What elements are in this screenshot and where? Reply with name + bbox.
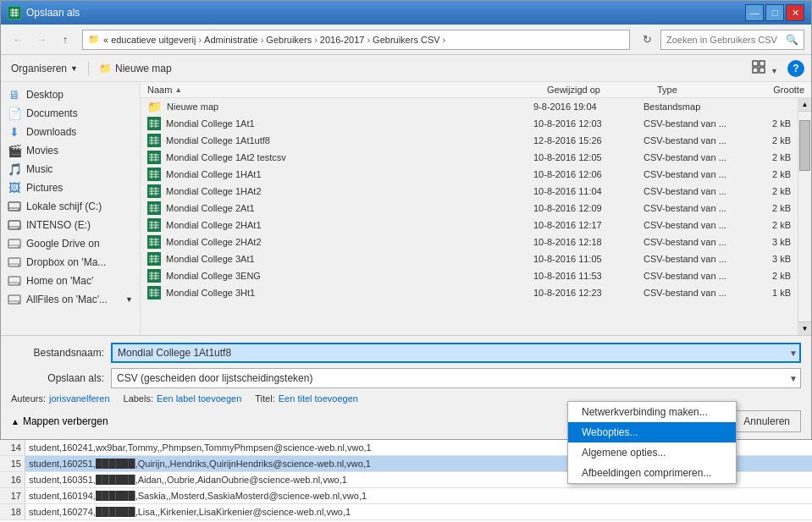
save-as-dialog: Opslaan als — □ ✕ ← → ↑ 📁 « educatieve u… <box>0 0 812 440</box>
file-row[interactable]: Mondial College 3Ht1 10-8-2016 12:23 CSV… <box>141 284 798 301</box>
sidebar-item-dropbox[interactable]: Dropbox on 'Ma... <box>1 253 140 272</box>
file-row[interactable]: Mondial College 1At1 10-8-2016 12:03 CSV… <box>141 115 798 132</box>
breadcrumb-gebruikers[interactable]: Gebruikers <box>266 35 312 45</box>
sidebar-item-pictures[interactable]: 🖼 Pictures <box>1 179 140 197</box>
sidebar-item-documents[interactable]: 📄 Documents <box>1 104 140 123</box>
scrollbar-up-button[interactable]: ▲ <box>798 98 811 112</box>
file-row[interactable]: Mondial College 3ENG 10-8-2016 11:53 CSV… <box>141 267 798 284</box>
file-name-cell: Mondial College 2At1 <box>141 201 527 215</box>
sidebar-item-home[interactable]: Home on 'Mac' <box>1 272 140 290</box>
file-name-text: Mondial College 2HAt1 <box>166 220 262 230</box>
file-row[interactable]: Mondial College 1At1utf8 12-8-2016 15:26… <box>141 132 798 149</box>
csv-file-icon <box>147 286 161 299</box>
close-button[interactable]: ✕ <box>786 4 804 21</box>
context-menu: Netwerkverbinding maken...Webopties...Al… <box>567 401 737 484</box>
svg-point-24 <box>18 283 19 285</box>
minimize-button[interactable]: — <box>745 4 764 21</box>
forward-button[interactable]: → <box>31 30 52 50</box>
file-name-cell: 📁 Nieuwe map <box>141 100 527 113</box>
header-name[interactable]: Naam ▲ <box>141 85 540 95</box>
back-button[interactable]: ← <box>8 30 28 50</box>
sidebar-item-gdrive[interactable]: Google Drive on <box>1 234 140 253</box>
spreadsheet-row: 18 student,160274,██████,Lisa,,Kirkenier… <box>0 504 812 520</box>
sidebar-item-desktop[interactable]: 🖥 Desktop <box>1 85 140 104</box>
search-input[interactable] <box>666 35 786 45</box>
file-name-text: Mondial College 1At2 testcsv <box>166 152 286 162</box>
scrollbar-down-button[interactable]: ▼ <box>798 321 811 335</box>
row-number: 14 <box>0 440 25 455</box>
file-row[interactable]: Mondial College 2At1 10-8-2016 12:09 CSV… <box>141 200 798 217</box>
context-menu-item-compress[interactable]: Afbeeldingen comprimeren... <box>568 463 736 483</box>
filename-input[interactable] <box>111 343 801 363</box>
file-name-text: Mondial College 3Ht1 <box>166 288 255 298</box>
context-menu-item-general[interactable]: Algemene opties... <box>568 442 736 463</box>
file-type-cell: CSV-bestand van ... <box>637 288 738 298</box>
sidebar-item-local[interactable]: Lokale schijf (C:) <box>1 197 140 216</box>
view-arrow-icon: ▼ <box>771 67 778 75</box>
file-row[interactable]: Mondial College 1HAt2 10-8-2016 11:04 CS… <box>141 183 798 200</box>
organize-button[interactable]: Organiseren ▼ <box>8 61 81 76</box>
sidebar-label-music: Music <box>26 163 52 175</box>
help-button[interactable]: ? <box>787 60 804 77</box>
scrollbar-track <box>798 112 811 321</box>
cancel-button[interactable]: Annuleren <box>732 410 801 432</box>
sidebar-item-movies[interactable]: 🎬 Movies <box>1 141 140 160</box>
gdrive-icon <box>8 237 21 250</box>
saveas-select[interactable]: CSV (gescheiden door lijstscheidingsteke… <box>111 368 801 388</box>
row-data: student,160274,██████,Lisa,,Kirkenier,Li… <box>25 507 354 517</box>
file-date-cell: 10-8-2016 12:05 <box>527 152 637 162</box>
view-toggle-button[interactable]: ▼ <box>746 58 784 79</box>
sidebar-item-intenso[interactable]: INTENSO (E:) <box>1 216 140 234</box>
breadcrumb-sep5: › <box>443 35 446 45</box>
title-bar: Opslaan als — □ ✕ <box>1 1 811 25</box>
file-row[interactable]: Mondial College 2HAt1 10-8-2016 12:17 CS… <box>141 217 798 234</box>
svg-point-15 <box>18 228 19 229</box>
file-date-cell: 10-8-2016 11:04 <box>527 186 637 196</box>
home-drive-icon <box>8 274 21 288</box>
sidebar-item-allfiles[interactable]: AllFiles on 'Mac'... ▼ <box>1 290 140 309</box>
main-content: 🖥 Desktop 📄 Documents ⬇ Downloads 🎬 Movi… <box>1 82 811 335</box>
header-size[interactable]: Grootte <box>752 85 811 95</box>
context-menu-item-network[interactable]: Netwerkverbinding maken... <box>568 402 736 422</box>
file-list-scroll-area: 📁 Nieuwe map 9-8-2016 19:04 Bestandsmap … <box>141 98 811 335</box>
breadcrumb-bar[interactable]: 📁 « educatieve uitgeverij › Administrati… <box>82 30 630 50</box>
action-separator <box>88 62 89 75</box>
new-folder-button[interactable]: 📁 Nieuwe map <box>96 61 175 76</box>
search-icon[interactable]: 🔍 <box>786 34 798 46</box>
breadcrumb-csv[interactable]: Gebruikers CSV <box>373 35 439 45</box>
file-name-cell: Mondial College 2HAt1 <box>141 218 527 232</box>
scrollbar-thumb[interactable] <box>799 120 810 171</box>
refresh-button[interactable]: ↻ <box>637 30 657 50</box>
sidebar-label-documents: Documents <box>26 107 78 119</box>
file-row[interactable]: Mondial College 2HAt2 10-8-2016 12:18 CS… <box>141 234 798 250</box>
collapse-icon: ▲ <box>11 417 19 426</box>
file-row[interactable]: Mondial College 3At1 10-8-2016 11:05 CSV… <box>141 250 798 267</box>
file-date-cell: 10-8-2016 12:17 <box>527 220 637 230</box>
filename-dropdown-icon[interactable]: ▼ <box>789 349 798 358</box>
authors-link[interactable]: jorisvanelferen <box>49 393 110 404</box>
breadcrumb-admin[interactable]: Administratie <box>204 35 258 45</box>
file-name-cell: Mondial College 3Ht1 <box>141 286 527 299</box>
vertical-scrollbar[interactable]: ▲ ▼ <box>798 98 811 335</box>
maximize-button[interactable]: □ <box>765 4 784 21</box>
up-button[interactable]: ↑ <box>55 30 75 50</box>
file-name-text: Mondial College 3ENG <box>166 271 261 281</box>
file-row[interactable]: Mondial College 1HAt1 10-8-2016 12:06 CS… <box>141 166 798 183</box>
sidebar-item-music[interactable]: 🎵 Music <box>1 160 140 179</box>
filename-input-wrapper: ▼ <box>111 343 801 363</box>
header-date[interactable]: Gewijzigd op <box>540 85 650 95</box>
row-data: student,160194,██████,Saskia,,Mosterd,Sa… <box>25 491 370 501</box>
file-name-text: Mondial College 3At1 <box>166 254 255 264</box>
title-link[interactable]: Een titel toevoegen <box>279 393 358 404</box>
title-bar-buttons: — □ ✕ <box>745 4 804 21</box>
context-menu-item-weboptions[interactable]: Webopties... <box>568 422 736 442</box>
file-row[interactable]: 📁 Nieuwe map 9-8-2016 19:04 Bestandsmap <box>141 98 798 115</box>
local-drive-icon <box>8 200 21 213</box>
sidebar-item-downloads[interactable]: ⬇ Downloads <box>1 123 140 141</box>
breadcrumb-year[interactable]: 2016-2017 <box>320 35 365 45</box>
labels-link[interactable]: Een label toevoegen <box>157 393 241 404</box>
file-row[interactable]: Mondial College 1At2 testcsv 10-8-2016 1… <box>141 149 798 166</box>
csv-file-icon <box>147 252 161 266</box>
header-type[interactable]: Type <box>650 85 752 95</box>
breadcrumb-org[interactable]: educatieve uitgeverij <box>111 35 196 45</box>
